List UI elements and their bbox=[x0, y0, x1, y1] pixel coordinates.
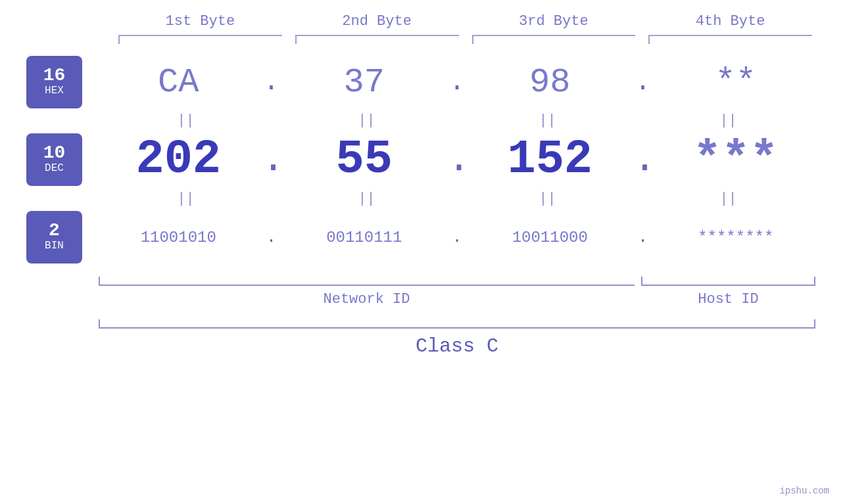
byte2-header: 2nd Byte bbox=[289, 13, 466, 30]
eq4-hex-dec: || bbox=[638, 112, 819, 129]
eq3-dec-bin: || bbox=[457, 191, 638, 207]
byte4-header: 4th Byte bbox=[642, 13, 819, 30]
dec-byte3: 152 bbox=[507, 133, 592, 187]
watermark: ipshu.com bbox=[779, 486, 829, 496]
dec-byte4: *** bbox=[693, 133, 779, 187]
class-label: Class C bbox=[95, 335, 819, 357]
bin-byte1: 11001010 bbox=[141, 229, 216, 246]
hex-base-number: 16 bbox=[43, 66, 66, 85]
bin-byte2: 00110111 bbox=[326, 229, 402, 246]
hex-dot3: . bbox=[633, 68, 653, 97]
dec-dot3: . bbox=[633, 137, 653, 182]
eq4-dec-bin: || bbox=[638, 191, 819, 207]
bin-dot3: . bbox=[633, 227, 653, 247]
hex-dot1: . bbox=[262, 68, 281, 97]
dec-badge: 10 DEC bbox=[26, 133, 82, 186]
bin-base-label: BIN bbox=[45, 240, 64, 252]
hex-byte3: 98 bbox=[529, 63, 570, 102]
hex-badge: 16 HEX bbox=[26, 56, 82, 108]
bin-dot2: . bbox=[447, 227, 467, 247]
hex-byte4: ** bbox=[715, 63, 756, 102]
dec-byte1: 202 bbox=[135, 133, 221, 187]
eq2-dec-bin: || bbox=[276, 191, 457, 207]
eq1-hex-dec: || bbox=[95, 112, 276, 129]
dec-base-number: 10 bbox=[43, 144, 66, 162]
byte3-header: 3rd Byte bbox=[466, 13, 642, 30]
hex-base-label: HEX bbox=[45, 85, 64, 97]
bin-base-number: 2 bbox=[49, 221, 60, 240]
bin-dot1: . bbox=[262, 227, 281, 247]
dec-base-label: DEC bbox=[45, 162, 64, 175]
eq3-hex-dec: || bbox=[457, 112, 638, 129]
hex-dot2: . bbox=[447, 68, 467, 97]
dec-byte2: 55 bbox=[336, 133, 393, 187]
bin-badge: 2 BIN bbox=[26, 211, 82, 263]
bin-byte4: ******** bbox=[698, 229, 773, 246]
bin-byte3: 10011000 bbox=[512, 229, 588, 246]
hex-byte1: CA bbox=[158, 63, 199, 102]
dec-dot1: . bbox=[262, 137, 281, 182]
hex-byte2: 37 bbox=[344, 63, 385, 102]
host-id-label: Host ID bbox=[638, 291, 819, 308]
eq2-hex-dec: || bbox=[276, 112, 457, 129]
byte1-header: 1st Byte bbox=[112, 13, 289, 30]
network-id-label: Network ID bbox=[95, 291, 638, 308]
eq1-dec-bin: || bbox=[95, 191, 276, 207]
dec-dot2: . bbox=[447, 137, 467, 182]
